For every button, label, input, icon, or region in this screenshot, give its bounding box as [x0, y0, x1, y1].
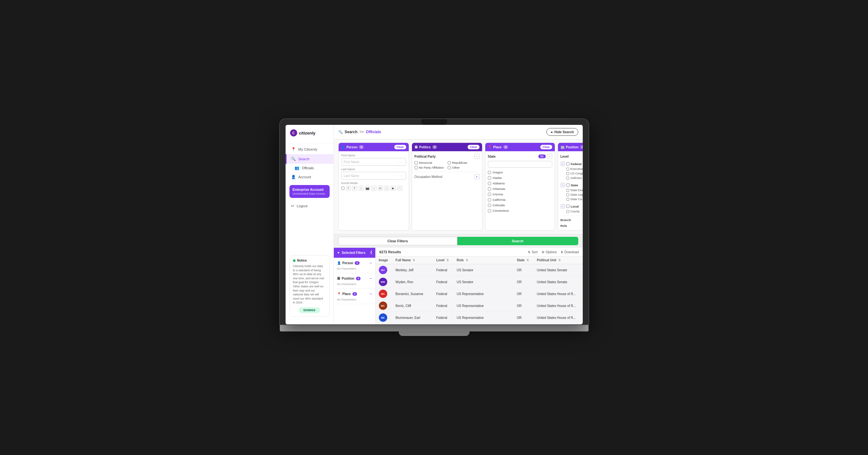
social-extra-icon[interactable]: □	[384, 186, 390, 191]
state-executives-item[interactable]: State Executives	[566, 188, 583, 192]
state-courts-item[interactable]: State Courts	[566, 197, 583, 202]
state-list: Oregon Alaska Alabama Arkansas Arizona C…	[488, 170, 552, 213]
download-action[interactable]: ⬇ Download	[561, 250, 579, 254]
person-clear-button[interactable]: Clear	[394, 145, 406, 149]
political-party-collapse[interactable]: −	[474, 154, 479, 159]
state-item-colorado[interactable]: Colorado	[488, 203, 552, 208]
hide-search-button[interactable]: ● Hide Search	[547, 128, 578, 136]
filter-section-position-title: 🏛 Position 0	[337, 277, 361, 280]
filter-person-minus[interactable]: −	[369, 260, 372, 266]
occupation-add-btn[interactable]: +	[474, 174, 479, 179]
state-level-checkbox[interactable]	[566, 183, 569, 187]
state-item-oregon[interactable]: Oregon	[488, 170, 552, 175]
table-row[interactable]: MJ Merkley, Jeff Federal US Senator OR U…	[376, 264, 583, 276]
other-party-option[interactable]: Other	[448, 166, 479, 169]
sidebar-item-officials[interactable]: 👥 Officials	[286, 164, 334, 172]
other-party-checkbox[interactable]	[448, 166, 451, 169]
politics-panel: 🏛 Politics 0 Clear Political Party −	[412, 143, 483, 231]
no-party-option[interactable]: No Party Affiliation	[414, 166, 446, 169]
federal-checkbox[interactable]	[566, 162, 569, 165]
facebook-icon[interactable]: f	[346, 186, 351, 191]
filter-collapse-icon[interactable]: 《	[368, 250, 372, 255]
republican-checkbox[interactable]	[448, 161, 451, 164]
state-toggle[interactable]: −	[561, 183, 565, 187]
last-name-dots: ···	[398, 174, 403, 178]
judiciary-item[interactable]: Judiciary	[566, 176, 583, 180]
col-role[interactable]: Role ⇅	[454, 256, 514, 264]
federal-toggle[interactable]: −	[561, 161, 565, 166]
clear-filters-button[interactable]: Clear Filters	[338, 237, 457, 245]
col-state[interactable]: State ⇅	[514, 256, 533, 264]
twitter-icon[interactable]: T	[352, 186, 357, 191]
linkedin-icon[interactable]: in	[378, 186, 383, 191]
col-level[interactable]: Level ⇅	[433, 256, 454, 264]
sort-action[interactable]: ⇅ Sort	[528, 250, 537, 254]
search-button[interactable]: Search	[457, 237, 578, 245]
local-label: Local	[571, 205, 579, 208]
sidebar-item-my-citizenly[interactable]: 📍 My Citizenly	[286, 145, 334, 154]
role-label: Role	[561, 224, 567, 228]
checkbox2-icon[interactable]: □	[359, 186, 364, 191]
table-row[interactable]: WR Wyden, Ron Federal US Senator OR Unit…	[376, 276, 583, 288]
results-count: 6272 Results	[379, 250, 401, 254]
col-image: Image	[376, 256, 392, 264]
filter-place-icon: 📍	[337, 292, 341, 296]
sidebar: C citizenly 📍 My Citizenly 🔍 Search 👥	[286, 125, 334, 324]
table-row[interactable]: BE Blumenauer, Earl Federal US Represent…	[376, 312, 583, 324]
table-row[interactable]: BC Bentz, Cliff Federal US Representativ…	[376, 300, 583, 312]
cell-political-unit: United States Senate	[533, 276, 582, 288]
place-panel: 📍 Place 0 Clear State 51	[485, 143, 555, 231]
first-name-label: First Name	[341, 154, 406, 157]
place-clear-button[interactable]: Clear	[540, 145, 552, 149]
first-name-input[interactable]: First Name ···	[341, 158, 406, 166]
youtube-icon[interactable]: ▶	[391, 186, 396, 191]
dismiss-button[interactable]: DISMISS	[299, 307, 320, 313]
politics-clear-button[interactable]: Clear	[468, 145, 479, 149]
notice-dot	[293, 260, 296, 262]
checkbox3-icon[interactable]: □	[371, 186, 377, 191]
cell-image: BS	[376, 288, 392, 300]
more-social-icon[interactable]: ⋯	[397, 186, 402, 191]
cell-image: HV	[376, 324, 392, 325]
state-item-connecticut[interactable]: Connecticut	[488, 208, 552, 213]
last-name-input[interactable]: Last Name ···	[341, 172, 406, 180]
cell-image: MJ	[376, 264, 392, 276]
county-item[interactable]: County	[566, 209, 583, 214]
cell-state: OR	[514, 312, 533, 324]
sidebar-item-logout[interactable]: ↩ Logout	[286, 201, 334, 211]
position-panel-header-left: 🏢 Position 0	[561, 145, 583, 149]
table-row[interactable]: BS Bonamici, Suzanne Federal US Represen…	[376, 288, 583, 300]
cell-political-unit: United States House of R...	[533, 312, 582, 324]
politics-panel-header-left: 🏛 Politics 0	[414, 145, 437, 149]
app-container: C citizenly 📍 My Citizenly 🔍 Search 👥	[286, 125, 583, 324]
state-item-arkansas[interactable]: Arkansas	[488, 186, 552, 191]
local-checkbox[interactable]	[566, 205, 569, 208]
us-congress-item[interactable]: US Congress	[566, 171, 583, 176]
state-item-alaska[interactable]: Alaska	[488, 175, 552, 181]
filter-place-minus[interactable]: −	[369, 291, 372, 296]
instagram-icon[interactable]: 📷	[365, 186, 370, 191]
state-search-input[interactable]	[488, 161, 552, 168]
democrat-checkbox[interactable]	[414, 161, 418, 164]
state-legislature-item[interactable]: State Legislature	[566, 192, 583, 197]
sidebar-item-account[interactable]: 👤 Account	[286, 172, 334, 182]
filter-position-minus[interactable]: −	[369, 276, 372, 281]
table-row[interactable]: HV Hoyle, Val Federal US Representative …	[376, 324, 583, 325]
no-party-checkbox[interactable]	[414, 166, 418, 169]
breadcrumb-separator: >>	[360, 130, 364, 134]
executive-item[interactable]: Executive	[566, 167, 583, 171]
sidebar-item-search[interactable]: 🔍 Search	[286, 154, 334, 164]
local-toggle[interactable]: −	[561, 204, 565, 209]
political-party-row: Political Party −	[414, 154, 479, 159]
state-item-california[interactable]: California	[488, 197, 552, 203]
democrat-option[interactable]: Democrat	[414, 161, 446, 164]
cell-full-name: Merkley, Jeff	[392, 264, 433, 276]
options-action[interactable]: ⚙ Options	[541, 250, 557, 254]
col-full-name[interactable]: Full Name ⇅	[392, 256, 433, 264]
state-collapse-btn[interactable]: −	[547, 154, 552, 159]
state-item-arizona[interactable]: Arizona	[488, 191, 552, 197]
state-item-alabama[interactable]: Alabama	[488, 181, 552, 186]
col-political-unit[interactable]: Political Unit ⇅	[533, 256, 582, 264]
social-checkbox[interactable]	[341, 187, 344, 190]
republican-option[interactable]: Republican	[448, 161, 479, 164]
